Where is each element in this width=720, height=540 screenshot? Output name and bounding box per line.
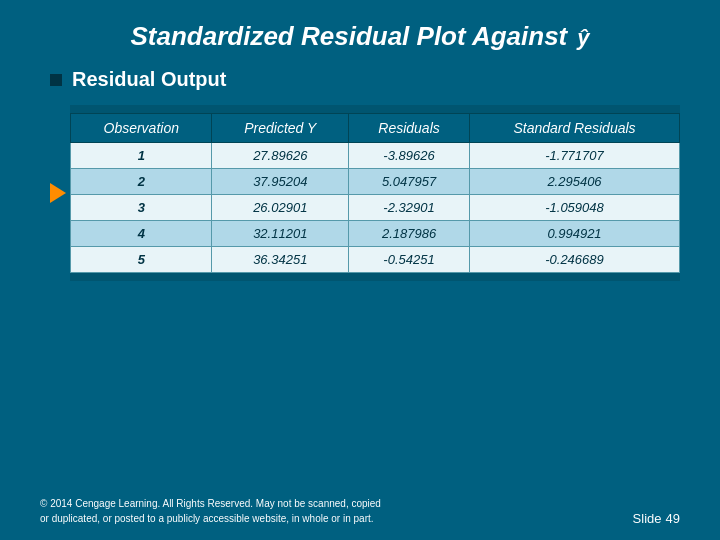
yhat-symbol: ŷ	[577, 20, 589, 52]
col-header-predicted-y: Predicted Y	[212, 114, 349, 143]
arrow-indicator	[50, 105, 66, 281]
bullet-label: Residual Output	[72, 68, 226, 91]
footer-line1: © 2014 Cengage Learning. All Rights Rese…	[40, 496, 381, 511]
footer-line2: or duplicated, or posted to a publicly a…	[40, 511, 381, 526]
table-cell-r4-c3: -0.246689	[470, 247, 680, 273]
table-wrapper: Observation Predicted Y Residuals Standa…	[50, 105, 680, 281]
table-row: 127.89626-3.89626-1.771707	[71, 143, 680, 169]
table-cell-r1-c2: 5.047957	[349, 169, 470, 195]
table-cell-r0-c1: 27.89626	[212, 143, 349, 169]
table-body: 127.89626-3.89626-1.771707237.952045.047…	[71, 143, 680, 273]
footer-copyright: © 2014 Cengage Learning. All Rights Rese…	[40, 496, 381, 526]
table-row: 432.112012.1879860.994921	[71, 221, 680, 247]
slide-title: Standardized Residual Plot Against	[130, 21, 567, 52]
bottom-bar	[70, 273, 680, 281]
col-header-observation: Observation	[71, 114, 212, 143]
table-row: 237.952045.0479572.295406	[71, 169, 680, 195]
table-cell-r0-c3: -1.771707	[470, 143, 680, 169]
table-cell-r4-c0: 5	[71, 247, 212, 273]
footer: © 2014 Cengage Learning. All Rights Rese…	[40, 496, 680, 526]
slide-container: Standardized Residual Plot Against ŷ Res…	[0, 0, 720, 540]
table-cell-r4-c1: 36.34251	[212, 247, 349, 273]
slide-label: Slide	[633, 511, 662, 526]
table-cell-r3-c2: 2.187986	[349, 221, 470, 247]
table-cell-r2-c0: 3	[71, 195, 212, 221]
table-cell-r1-c0: 2	[71, 169, 212, 195]
data-table: Observation Predicted Y Residuals Standa…	[70, 113, 680, 273]
col-header-residuals: Residuals	[349, 114, 470, 143]
bullet-row: Residual Output	[50, 68, 680, 91]
table-cell-r3-c0: 4	[71, 221, 212, 247]
top-bar	[70, 105, 680, 113]
arrow-right-icon	[50, 183, 66, 203]
table-cell-r2-c3: -1.059048	[470, 195, 680, 221]
table-cell-r1-c1: 37.95204	[212, 169, 349, 195]
col-header-standard-residuals: Standard Residuals	[470, 114, 680, 143]
table-row: 326.02901-2.32901-1.059048	[71, 195, 680, 221]
table-cell-r3-c1: 32.11201	[212, 221, 349, 247]
slide-number: 49	[666, 511, 680, 526]
table-cell-r0-c0: 1	[71, 143, 212, 169]
table-header-row: Observation Predicted Y Residuals Standa…	[71, 114, 680, 143]
table-cell-r3-c3: 0.994921	[470, 221, 680, 247]
table-cell-r2-c2: -2.32901	[349, 195, 470, 221]
slide-number-container: Slide 49	[633, 511, 680, 526]
bullet-icon	[50, 74, 62, 86]
table-cell-r1-c3: 2.295406	[470, 169, 680, 195]
table-row: 536.34251-0.54251-0.246689	[71, 247, 680, 273]
table-cell-r4-c2: -0.54251	[349, 247, 470, 273]
table-cell-r0-c2: -3.89626	[349, 143, 470, 169]
title-row: Standardized Residual Plot Against ŷ	[40, 20, 680, 52]
table-cell-r2-c1: 26.02901	[212, 195, 349, 221]
